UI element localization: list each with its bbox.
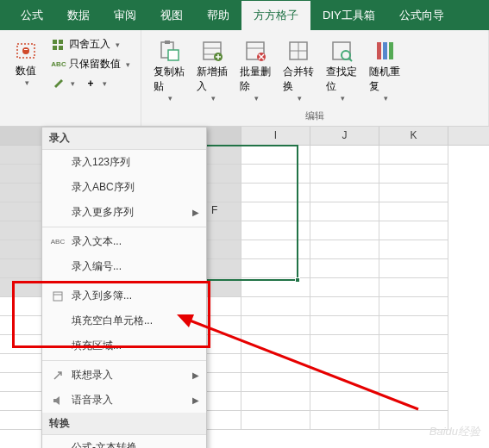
svg-rect-3 <box>53 40 57 44</box>
cell[interactable] <box>241 278 310 297</box>
cell[interactable] <box>310 373 379 392</box>
cell[interactable] <box>379 392 448 411</box>
cell[interactable] <box>310 354 379 373</box>
context-menu: 录入 录入123序列 录入ABC序列 录入更多序列 ▶ ABC 录入文本... … <box>41 127 207 448</box>
merge-conv-button[interactable]: 合并转换 ▾ <box>278 35 319 106</box>
cell[interactable] <box>310 165 379 184</box>
book-icon <box>49 290 66 302</box>
menu-item-text[interactable]: ABC 录入文本... <box>42 229 206 254</box>
misc-button[interactable]: ▾ + ▾ <box>48 75 134 92</box>
menu-item-fill-blank[interactable]: 填充空白单元格... <box>42 308 206 333</box>
cell[interactable] <box>379 165 448 184</box>
keep-num-label: 只保留数值 <box>69 57 121 72</box>
cell[interactable] <box>379 335 448 354</box>
menu-item-formula-text[interactable]: 公式-文本转换 <box>42 435 206 448</box>
rand-repeat-button[interactable]: 随机重复 ▾ <box>364 35 405 106</box>
dropdown-icon: ▾ <box>211 94 216 103</box>
tab-formula-guide[interactable]: 公式向导 <box>387 1 456 30</box>
tab-formula[interactable]: 公式 <box>9 1 55 30</box>
tab-fanfan[interactable]: 方方格子 <box>241 1 310 30</box>
tab-help[interactable]: 帮助 <box>195 1 241 30</box>
cell[interactable] <box>241 335 310 354</box>
cell[interactable] <box>310 146 379 165</box>
cell[interactable] <box>241 165 310 184</box>
batch-del-button[interactable]: 批量删除 ▾ <box>235 35 276 106</box>
find-pos-label: 查找定位 <box>326 65 357 94</box>
cell[interactable] <box>310 221 379 240</box>
abc-small-icon: ABC <box>49 238 66 246</box>
cell[interactable] <box>310 297 379 316</box>
ribbon: 数值 ▾ 四舍五入 ▾ ABC 只保留数值 ▾ ▾ + ▾ <box>0 30 489 127</box>
cell[interactable] <box>241 259 310 278</box>
cell[interactable] <box>379 316 448 335</box>
tab-data[interactable]: 数据 <box>55 1 102 30</box>
menu-separator <box>42 360 206 361</box>
cell[interactable] <box>379 354 448 373</box>
cell[interactable] <box>241 202 310 221</box>
menu-item-fill-region[interactable]: 填充区域... <box>42 333 206 358</box>
cell[interactable] <box>379 221 448 240</box>
cell[interactable] <box>241 297 310 316</box>
menu-item-123[interactable]: 录入123序列 <box>42 150 206 175</box>
cell[interactable] <box>379 259 448 278</box>
cell[interactable] <box>241 354 310 373</box>
ribbon-group-2: 复制粘贴 ▾ 新增插入 ▾ 批量删除 ▾ 合并转换 ▾ 查找定位 ▾ <box>141 30 489 126</box>
cell[interactable] <box>379 146 448 165</box>
copy-paste-button[interactable]: 复制粘贴 ▾ <box>148 35 190 106</box>
insert-label: 新增插入 <box>197 65 228 94</box>
menu-item-abc[interactable]: 录入ABC序列 <box>42 175 206 200</box>
cell[interactable] <box>379 278 448 297</box>
selection-handle[interactable] <box>295 277 300 283</box>
cell[interactable] <box>379 373 448 392</box>
tab-diy[interactable]: DIY工具箱 <box>310 1 387 30</box>
cell[interactable] <box>310 259 379 278</box>
cell[interactable] <box>310 278 379 297</box>
menu-item-multibook[interactable]: 录入到多簿... <box>42 283 206 308</box>
cell[interactable] <box>310 184 379 202</box>
tab-review[interactable]: 审阅 <box>102 1 148 30</box>
insert-button[interactable]: 新增插入 ▾ <box>191 35 233 106</box>
cell[interactable] <box>241 373 310 392</box>
col-header-j[interactable]: J <box>310 127 379 145</box>
round-button[interactable]: 四舍五入 ▾ <box>48 35 134 53</box>
cell[interactable] <box>310 240 379 259</box>
tab-view[interactable]: 视图 <box>148 1 195 30</box>
cell[interactable] <box>241 316 310 335</box>
col-header-k[interactable]: K <box>379 127 448 145</box>
find-pos-button[interactable]: 查找定位 ▾ <box>321 35 362 106</box>
cell[interactable] <box>310 335 379 354</box>
cell[interactable] <box>379 240 448 259</box>
svg-rect-4 <box>59 40 63 44</box>
round-icon <box>52 38 66 52</box>
cell[interactable] <box>379 202 448 221</box>
cell[interactable] <box>241 392 310 411</box>
cell[interactable] <box>241 221 310 240</box>
dropdown-icon: ▾ <box>126 60 130 69</box>
keep-num-button[interactable]: ABC 只保留数值 ▾ <box>48 55 134 73</box>
menu-item-voice[interactable]: 语音录入 ▶ <box>42 388 206 413</box>
svg-rect-23 <box>377 42 381 59</box>
cell[interactable] <box>379 297 448 316</box>
cell[interactable] <box>241 146 310 165</box>
menu-item-more-series[interactable]: 录入更多序列 ▶ <box>42 200 206 225</box>
menu-separator <box>42 281 206 282</box>
clipboard-icon <box>157 39 181 63</box>
batch-del-label: 批量删除 <box>240 65 271 94</box>
cell[interactable] <box>379 184 448 202</box>
menu-item-assoc[interactable]: 联想录入 ▶ <box>42 363 206 388</box>
dropdown-icon: ▾ <box>25 78 29 87</box>
submenu-arrow-icon: ▶ <box>192 395 199 405</box>
cell[interactable] <box>241 411 310 430</box>
num-value-button[interactable]: 数值 ▾ <box>7 35 45 92</box>
col-header-i[interactable]: I <box>241 127 310 145</box>
svg-rect-25 <box>389 42 393 59</box>
cell[interactable] <box>310 392 379 411</box>
cell[interactable] <box>310 411 379 430</box>
cell[interactable] <box>241 184 310 202</box>
cell[interactable] <box>310 202 379 221</box>
cell[interactable] <box>310 316 379 335</box>
cell[interactable] <box>241 240 310 259</box>
menu-header-convert: 转换 <box>42 413 206 435</box>
dropdown-icon: ▾ <box>168 94 172 103</box>
menu-item-number[interactable]: 录入编号... <box>42 254 206 279</box>
